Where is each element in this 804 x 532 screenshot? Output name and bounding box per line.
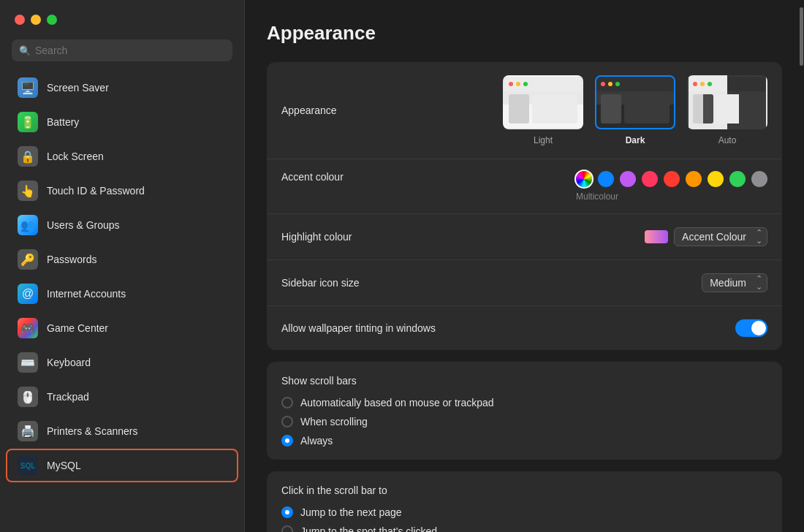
wallpaper-tinting-label: Allow wallpaper tinting in windows — [281, 322, 436, 334]
scroll-auto-radio — [281, 397, 293, 408]
wallpaper-tinting-toggle[interactable] — [735, 319, 767, 337]
keyboard-icon: ⌨️ — [18, 352, 38, 373]
sidebar-icon-size-label: Sidebar icon size — [281, 277, 428, 289]
scroll-when-scrolling-radio — [281, 416, 293, 428]
appearance-auto-label: Auto — [718, 135, 737, 145]
sidebar-item-mysql[interactable]: SQL MySQL — [6, 449, 238, 482]
accent-dot-purple[interactable] — [620, 171, 636, 187]
accent-colours-container: Multicolour — [576, 171, 767, 202]
scroll-always-option[interactable]: Always — [281, 435, 767, 446]
thumb-dot-yellow — [516, 82, 520, 86]
sidebar-item-lock-screen[interactable]: 🔒 Lock Screen — [6, 140, 238, 173]
trackpad-icon: 🖱️ — [18, 387, 38, 407]
accent-dot-blue[interactable] — [598, 171, 614, 187]
highlight-colour-select[interactable]: Accent Colour ⌃⌄ — [674, 227, 767, 246]
appearance-label: Appearance — [281, 104, 428, 116]
sidebar-item-passwords[interactable]: 🔑 Passwords — [6, 243, 238, 276]
touch-id-icon: 👆 — [18, 180, 38, 201]
sidebar-label-printers: Printers & Scanners — [47, 425, 138, 437]
accent-dot-orange[interactable] — [686, 171, 702, 187]
sidebar: 🔍 🖥️ Screen Saver 🔋 Battery 🔒 Lock Scree… — [0, 0, 245, 532]
thumb-dot-yellow-dark — [608, 82, 613, 86]
sidebar-label-screen-saver: Screen Saver — [47, 82, 109, 94]
thumb-dot-red-dark — [601, 82, 605, 86]
sidebar-label-touch-id: Touch ID & Password — [47, 185, 145, 197]
appearance-thumb-auto — [687, 75, 767, 129]
click-jump-spot-label: Jump to the spot that's clicked — [300, 525, 437, 532]
appearance-row: Appearance Ligh — [267, 62, 782, 159]
scroll-when-scrolling-option[interactable]: When scrolling — [281, 416, 767, 428]
chevron-updown-icon: ⌃⌄ — [756, 229, 762, 245]
thumb-dot-green — [523, 82, 528, 86]
appearance-dark-label: Dark — [626, 135, 645, 145]
sidebar-item-internet-accounts[interactable]: @ Internet Accounts — [6, 277, 238, 311]
appearance-options: Light Dark — [503, 75, 767, 145]
maximize-button[interactable] — [47, 15, 57, 25]
click-scroll-section: Click in the scroll bar to Jump to the n… — [267, 471, 782, 532]
sidebar-icon-size-select[interactable]: Medium ⌃⌄ — [702, 273, 767, 292]
minimize-button[interactable] — [31, 15, 41, 25]
appearance-option-dark[interactable]: Dark — [595, 75, 675, 145]
highlight-colour-value: Accent Colour — [682, 231, 746, 243]
scroll-when-scrolling-label: When scrolling — [300, 416, 368, 428]
accent-dot-pink[interactable] — [642, 171, 658, 187]
sidebar-label-battery: Battery — [47, 116, 79, 128]
accent-colour-row: Accent colour Multicolour — [267, 159, 782, 214]
sidebar-item-touch-id[interactable]: 👆 Touch ID & Password — [6, 174, 238, 208]
scrollbar-thumb[interactable] — [800, 7, 803, 66]
thumb-dot-green-dark — [615, 82, 620, 86]
search-input[interactable] — [12, 39, 232, 61]
appearance-light-label: Light — [534, 135, 553, 145]
battery-icon: 🔋 — [18, 112, 38, 132]
thumb-dot-yellow-auto — [700, 82, 705, 86]
wallpaper-tinting-row: Allow wallpaper tinting in windows — [267, 306, 782, 350]
highlight-colour-swatch — [645, 230, 668, 243]
accent-dot-yellow[interactable] — [708, 171, 724, 187]
sidebar-label-trackpad: Trackpad — [47, 391, 89, 403]
sidebar-icon-size-row: Sidebar icon size Medium ⌃⌄ — [267, 260, 782, 306]
thumb-main-auto — [716, 94, 762, 123]
chevron-updown-icon-2: ⌃⌄ — [756, 275, 762, 291]
appearance-option-light[interactable]: Light — [503, 75, 583, 145]
close-button[interactable] — [15, 15, 25, 25]
appearance-card: Appearance Ligh — [267, 62, 782, 350]
thumb-sidebar-dark — [601, 94, 621, 123]
page-title: Appearance — [267, 22, 782, 45]
highlight-colour-label: Highlight colour — [281, 231, 428, 243]
accent-dot-gray[interactable] — [751, 171, 767, 187]
click-jump-page-option[interactable]: Jump to the next page — [281, 506, 767, 518]
accent-dot-green[interactable] — [729, 171, 746, 187]
appearance-option-auto[interactable]: Auto — [687, 75, 767, 145]
accent-sublabel: Multicolour — [576, 191, 618, 202]
scrollbar-track — [798, 0, 804, 532]
scroll-always-label: Always — [300, 435, 333, 446]
screen-saver-icon: 🖥️ — [18, 77, 38, 98]
sidebar-item-screen-saver[interactable]: 🖥️ Screen Saver — [6, 71, 238, 104]
scroll-always-radio — [281, 435, 293, 446]
accent-dot-multicolor[interactable] — [576, 171, 592, 187]
sidebar-item-printers[interactable]: 🖨️ Printers & Scanners — [6, 414, 238, 448]
accent-dot-red[interactable] — [664, 171, 680, 187]
sidebar-icon-size-value: Medium — [710, 277, 746, 289]
sidebar-item-keyboard[interactable]: ⌨️ Keyboard — [6, 346, 238, 379]
scroll-auto-option[interactable]: Automatically based on mouse or trackpad — [281, 397, 767, 408]
sidebar-item-battery[interactable]: 🔋 Battery — [6, 105, 238, 139]
sidebar-label-mysql: MySQL — [47, 460, 81, 471]
click-jump-page-radio — [281, 506, 293, 518]
click-jump-spot-option[interactable]: Jump to the spot that's clicked — [281, 525, 767, 532]
sidebar-label-lock-screen: Lock Screen — [47, 151, 104, 162]
sidebar-item-users-groups[interactable]: 👥 Users & Groups — [6, 208, 238, 242]
internet-accounts-icon: @ — [18, 284, 38, 304]
click-jump-spot-radio — [281, 525, 293, 532]
sidebar-items-list: 🖥️ Screen Saver 🔋 Battery 🔒 Lock Screen … — [0, 70, 244, 532]
main-content: Appearance Appearance — [245, 0, 804, 532]
scroll-auto-label: Automatically based on mouse or trackpad — [300, 397, 494, 408]
thumb-dot-green-auto — [708, 82, 712, 86]
thumb-main — [532, 94, 577, 123]
appearance-thumb-dark — [595, 75, 675, 129]
accent-colour-label: Accent colour — [281, 171, 428, 183]
thumb-main-dark — [624, 94, 670, 123]
thumb-sidebar-auto — [693, 94, 713, 123]
sidebar-item-trackpad[interactable]: 🖱️ Trackpad — [6, 380, 238, 414]
sidebar-item-game-center[interactable]: 🎮 Game Center — [6, 311, 238, 345]
